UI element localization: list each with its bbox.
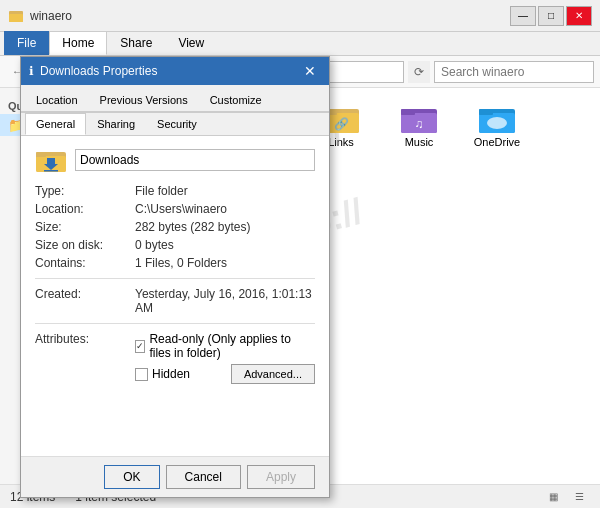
dialog-tab-sharing[interactable]: Sharing <box>86 113 146 135</box>
dialog-tab-customize[interactable]: Customize <box>199 89 273 111</box>
readonly-checkbox-label[interactable]: ✓ Read-only (Only applies to files in fo… <box>135 332 315 360</box>
folder-links-label: Links <box>328 136 354 148</box>
prop-location: Location: C:\Users\winaero <box>35 202 315 216</box>
tab-home[interactable]: Home <box>49 31 107 55</box>
window-controls: — □ ✕ <box>510 6 592 26</box>
folder-onedrive-icon <box>477 102 517 134</box>
svg-rect-1 <box>9 14 23 22</box>
svg-text:🔗: 🔗 <box>334 116 349 131</box>
ribbon-tabs: File Home Share View <box>0 32 600 56</box>
prop-type: Type: File folder <box>35 184 315 198</box>
svg-rect-31 <box>36 152 46 157</box>
advanced-button[interactable]: Advanced... <box>231 364 315 384</box>
svg-text:♫: ♫ <box>415 117 424 131</box>
folder-name-row <box>35 146 315 174</box>
close-button[interactable]: ✕ <box>566 6 592 26</box>
readonly-checkbox[interactable]: ✓ <box>135 340 145 353</box>
dialog-tabs: Location Previous Versions Customize <box>21 85 329 112</box>
minimize-button[interactable]: — <box>510 6 536 26</box>
prop-size: Size: 282 bytes (282 bytes) <box>35 220 315 234</box>
refresh-button[interactable]: ⟳ <box>408 61 430 83</box>
folder-music[interactable]: ♫ Music <box>384 98 454 152</box>
app-icon <box>8 8 24 24</box>
readonly-check-mark: ✓ <box>136 341 144 351</box>
folder-music-icon: ♫ <box>399 102 439 134</box>
folder-onedrive[interactable]: OneDrive <box>462 98 532 152</box>
ok-button[interactable]: OK <box>104 465 159 489</box>
view-icons-button[interactable]: ▦ <box>542 486 564 508</box>
hidden-checkbox-label[interactable]: Hidden <box>135 367 190 381</box>
prop-divider-1 <box>35 278 315 279</box>
folder-name-icon <box>35 146 67 174</box>
prop-divider-2 <box>35 323 315 324</box>
folder-onedrive-label: OneDrive <box>474 136 520 148</box>
prop-created: Created: Yesterday, July 16, 2016, 1:01:… <box>35 287 315 315</box>
svg-rect-34 <box>44 170 58 172</box>
hidden-checkbox[interactable] <box>135 368 148 381</box>
apply-button[interactable]: Apply <box>247 465 315 489</box>
folder-music-label: Music <box>405 136 434 148</box>
attributes-row: Attributes: ✓ Read-only (Only applies to… <box>35 332 315 384</box>
window-title: winaero <box>30 9 510 23</box>
tab-file[interactable]: File <box>4 31 49 55</box>
downloads-properties-dialog: ℹ Downloads Properties ✕ Location Previo… <box>20 56 330 498</box>
dialog-tab-security[interactable]: Security <box>146 113 208 135</box>
dialog-title-bar: ℹ Downloads Properties ✕ <box>21 57 329 85</box>
search-input[interactable] <box>434 61 594 83</box>
title-bar: winaero — □ ✕ <box>0 0 600 32</box>
prop-size-on-disk: Size on disk: 0 bytes <box>35 238 315 252</box>
dialog-tab-general[interactable]: General <box>25 113 86 135</box>
dialog-tab-previous-versions[interactable]: Previous Versions <box>89 89 199 111</box>
dialog-close-button[interactable]: ✕ <box>299 60 321 82</box>
dialog-title: Downloads Properties <box>40 64 299 78</box>
view-list-button[interactable]: ☰ <box>568 486 590 508</box>
svg-point-23 <box>487 117 507 129</box>
prop-contains: Contains: 1 Files, 0 Folders <box>35 256 315 270</box>
dialog-title-icon: ℹ <box>29 64 34 78</box>
dialog-footer: OK Cancel Apply <box>21 456 329 497</box>
svg-rect-18 <box>401 109 415 115</box>
dialog-tab-location[interactable]: Location <box>25 89 89 111</box>
dialog-tabs-2: General Sharing Security <box>21 112 329 136</box>
attributes-controls: ✓ Read-only (Only applies to files in fo… <box>135 332 315 384</box>
readonly-label: Read-only (Only applies to files in fold… <box>149 332 315 360</box>
cancel-button[interactable]: Cancel <box>166 465 241 489</box>
properties-table: Type: File folder Location: C:\Users\win… <box>35 184 315 270</box>
tab-view[interactable]: View <box>165 31 217 55</box>
dialog-content: Type: File folder Location: C:\Users\win… <box>21 136 329 456</box>
tab-share[interactable]: Share <box>107 31 165 55</box>
svg-rect-32 <box>47 158 55 164</box>
hidden-label: Hidden <box>152 367 190 381</box>
svg-rect-22 <box>479 109 493 115</box>
maximize-button[interactable]: □ <box>538 6 564 26</box>
folder-name-input[interactable] <box>75 149 315 171</box>
